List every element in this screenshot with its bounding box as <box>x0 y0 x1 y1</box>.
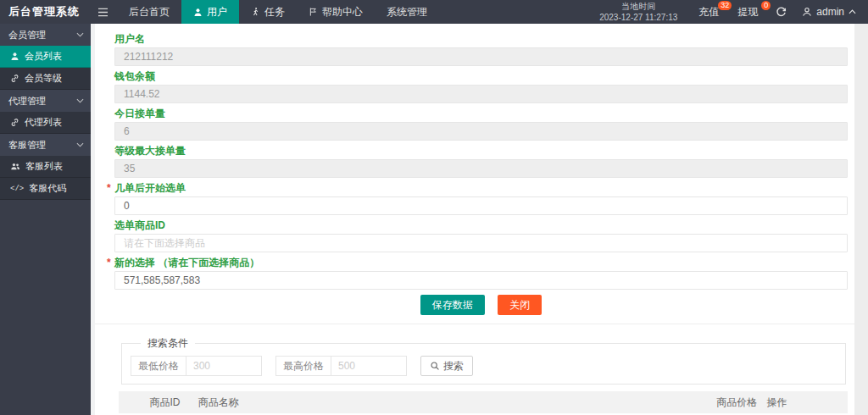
sidebar-item-label: 代理管理 <box>8 95 46 108</box>
withdraw-button[interactable]: 提现 0 <box>728 0 767 24</box>
topnav-item-label: 后台首页 <box>129 5 170 19</box>
local-time: 当地时间 2023-12-27 11:27:13 <box>599 1 677 23</box>
field-input <box>114 85 848 103</box>
sidebar-item[interactable]: 代理管理 <box>0 90 91 112</box>
table-header-cell: 商品ID <box>147 396 198 410</box>
sidebar-item[interactable]: 客服管理 <box>0 134 91 156</box>
topbar: 后台管理系统 后台首页用户任务帮助中心系统管理 当地时间 2023-12-27 … <box>0 0 868 24</box>
topnav-item[interactable]: 任务 <box>239 0 297 24</box>
required-asterisk: * <box>107 257 111 268</box>
person-icon <box>193 8 203 17</box>
product-table: 商品ID商品名称商品价格操作✓571Asahi Ryokan 1D1N1.00替… <box>119 391 848 415</box>
form-field: 用户名 <box>114 34 848 66</box>
field-input <box>114 47 848 66</box>
form-field: *新的选择 （请在下面选择商品） <box>114 257 848 290</box>
sidebar-item-label: 客服管理 <box>8 139 46 152</box>
required-asterisk: * <box>107 183 111 193</box>
sidebar-item[interactable]: 代理列表 <box>0 112 91 134</box>
withdraw-label: 提现 <box>737 5 758 19</box>
save-button[interactable]: 保存数据 <box>420 295 485 315</box>
chevron-up-icon <box>849 9 856 14</box>
table-header-cell: 商品名称 <box>198 396 717 410</box>
form-field: 选单商品ID <box>114 220 848 252</box>
topnav-item-label: 帮助中心 <box>322 5 363 19</box>
field-input[interactable] <box>114 196 848 215</box>
search-legend: 搜索条件 <box>141 336 195 351</box>
field-input[interactable] <box>114 271 848 290</box>
section-divider <box>95 324 854 324</box>
user-menu[interactable]: admin <box>795 6 868 18</box>
sidebar-item[interactable]: </>客服代码 <box>0 178 91 200</box>
hamburger-icon[interactable] <box>88 0 117 24</box>
sidebar-item-label: 会员等级 <box>25 72 62 85</box>
link-icon <box>10 118 19 127</box>
local-time-label: 当地时间 <box>599 1 677 12</box>
user-icon <box>802 7 812 17</box>
max-price-group: 最高价格 <box>275 356 407 376</box>
search-row: 最低价格 最高价格 搜索 <box>131 356 837 376</box>
search-button-label: 搜索 <box>443 359 464 374</box>
chevron-down-icon <box>76 142 84 147</box>
sidebar-item-label: 代理列表 <box>25 116 62 129</box>
field-label: 选单商品ID <box>114 220 848 230</box>
form-actions: 保存数据 关闭 <box>114 295 848 315</box>
field-label: *几单后开始选单 <box>114 183 848 193</box>
sidebar-item-label: 会员管理 <box>8 29 46 42</box>
field-label: 等级最大接单量 <box>114 146 848 156</box>
field-label: 今日接单量 <box>114 108 848 119</box>
field-label: *新的选择 （请在下面选择商品） <box>114 257 848 268</box>
field-input[interactable] <box>114 234 848 252</box>
user-edit-form: 用户名钱包余额今日接单量等级最大接单量*几单后开始选单选单商品ID*新的选择 （… <box>114 34 848 290</box>
field-input <box>114 159 848 178</box>
min-price-input[interactable] <box>186 357 261 375</box>
min-price-label: 最低价格 <box>131 357 186 375</box>
users-icon <box>10 162 20 171</box>
search-icon <box>430 361 440 371</box>
topnav-item[interactable]: 用户 <box>181 0 239 24</box>
max-price-input[interactable] <box>331 357 406 375</box>
chevron-down-icon <box>76 98 84 103</box>
app-title: 后台管理系统 <box>0 0 88 24</box>
sidebar-item[interactable]: 会员管理 <box>0 24 91 46</box>
topnav: 后台首页用户任务帮助中心系统管理 <box>117 0 439 24</box>
search-panel: 搜索条件 最低价格 最高价格 搜索 <box>121 336 846 385</box>
field-label: 钱包余额 <box>114 71 848 81</box>
walk-icon <box>251 7 260 17</box>
field-label: 用户名 <box>114 34 848 44</box>
chevron-down-icon <box>76 32 84 37</box>
search-button[interactable]: 搜索 <box>420 356 473 376</box>
sidebar-item[interactable]: 客服列表 <box>0 156 91 178</box>
form-field: 钱包余额 <box>114 71 848 103</box>
local-time-value: 2023-12-27 11:27:13 <box>599 12 677 23</box>
scrollbar-track[interactable] <box>854 24 868 415</box>
code-icon: </> <box>10 185 24 193</box>
sidebar-item[interactable]: 会员等级 <box>0 68 91 90</box>
main-content: 用户名钱包余额今日接单量等级最大接单量*几单后开始选单选单商品ID*新的选择 （… <box>95 24 854 415</box>
max-price-label: 最高价格 <box>276 357 331 375</box>
table-header-cell: 商品价格 <box>716 396 766 410</box>
sidebar-item[interactable]: 会员列表 <box>0 46 91 68</box>
form-field: 等级最大接单量 <box>114 146 848 178</box>
refresh-icon[interactable] <box>767 7 795 18</box>
sidebar-item-label: 客服代码 <box>29 182 66 195</box>
form-field: *几单后开始选单 <box>114 183 848 215</box>
table-header-cell: 操作 <box>766 396 848 410</box>
topnav-item[interactable]: 系统管理 <box>375 0 439 24</box>
sidebar-item-label: 会员列表 <box>25 50 62 63</box>
topnav-item[interactable]: 帮助中心 <box>297 0 375 24</box>
recharge-label: 充值 <box>698 5 719 19</box>
topbar-right: 当地时间 2023-12-27 11:27:13 充值 32 提现 0 admi… <box>599 0 868 24</box>
link-icon <box>10 74 19 83</box>
form-field: 今日接单量 <box>114 108 848 141</box>
sidebar: 会员管理会员列表会员等级代理管理代理列表客服管理客服列表</>客服代码 <box>0 24 91 415</box>
sidebar-item-label: 客服列表 <box>25 160 63 173</box>
topnav-item-label: 任务 <box>264 5 285 19</box>
close-button[interactable]: 关闭 <box>498 295 542 315</box>
topnav-item[interactable]: 后台首页 <box>117 0 181 24</box>
flag-icon <box>309 7 318 17</box>
field-input <box>114 122 848 141</box>
topnav-item-label: 系统管理 <box>387 5 427 19</box>
username: admin <box>816 6 844 18</box>
recharge-button[interactable]: 充值 32 <box>689 0 728 24</box>
person-icon <box>10 52 19 61</box>
